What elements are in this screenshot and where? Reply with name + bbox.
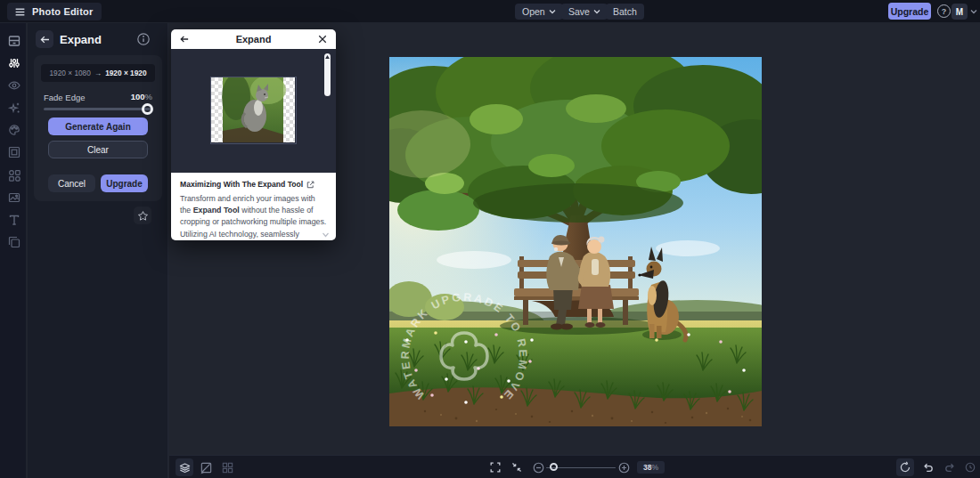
expand-preview-thumbnail [210,77,297,144]
sidebar-item-ai-tools[interactable] [6,100,21,115]
fade-edge-label: Fade Edge [44,93,85,102]
close-icon[interactable] [317,34,328,45]
canvas-artwork[interactable]: WATERMARK UPGRADE TO REMOVE [389,57,762,426]
sidebar-item-arrange[interactable] [6,33,21,48]
dimensions-readout: 1920 × 1080 → 1920 × 1920 [41,64,155,82]
popup-title: Expand [236,34,272,45]
cat-preview-image [211,77,295,142]
fade-edge-value: 100% [131,92,152,101]
popup-header: Expand [171,29,336,49]
sidebar-item-text[interactable] [6,212,21,227]
grid-button[interactable] [218,458,236,476]
generate-again-button[interactable]: Generate Again [48,117,148,135]
shapes-icon [7,168,21,182]
grid-icon [221,461,234,474]
expand-panel: Expand 1920 × 1080 → 1920 × 1920 Fade Ed… [28,23,168,478]
popup-article: Maximizing With The Expand Tool Transfor… [171,173,336,240]
generated-image: WATERMARK UPGRADE TO REMOVE [389,57,762,426]
redo-button[interactable] [941,458,959,476]
fade-edge-slider[interactable] [44,108,152,110]
avatar[interactable]: M [951,4,968,20]
resize-canvas-icon [200,461,213,474]
panel-title: Expand [60,33,102,46]
image-icon [7,190,21,205]
scroll-down-icon[interactable] [322,232,330,238]
batch-button[interactable]: Batch [606,4,644,20]
scroll-up-icon [325,55,330,59]
arrange-icon [7,34,21,48]
top-bar: Photo Editor Open Save Batch Upgrade ? M [0,0,980,23]
zoom-in-button[interactable] [615,458,633,476]
undo-button[interactable] [919,458,937,476]
dimensions-after: 1920 × 1920 [105,69,146,77]
app-menu[interactable]: Photo Editor [7,3,102,20]
templates-icon [7,235,21,249]
external-link-icon[interactable] [306,181,314,189]
eye-icon [7,78,21,93]
sparkles-icon [7,101,21,115]
popup-preview-area [171,49,336,173]
fullscreen-icon [489,461,502,474]
favorite-button[interactable] [134,207,151,224]
palette-icon [7,123,21,137]
help-icon[interactable]: ? [937,4,951,18]
info-icon[interactable] [136,32,151,46]
sidebar-item-effects[interactable] [6,77,21,93]
fit-screen-icon [510,461,523,474]
layers-button[interactable] [176,458,193,476]
text-icon [7,213,21,227]
article-title: Maximizing With The Expand Tool [180,180,327,189]
panel-back-button[interactable] [36,30,53,48]
history-icon [964,461,976,474]
app-title: Photo Editor [32,6,93,17]
redo-icon [943,461,956,474]
chevron-down-icon [549,9,556,14]
sidebar-item-templates[interactable] [6,234,21,249]
chevron-down-icon [593,9,600,14]
arrow-left-icon [39,34,51,45]
zoom-slider-knob[interactable] [550,463,558,471]
zoom-out-icon [532,461,545,474]
save-button[interactable]: Save [561,4,608,20]
zoom-level-badge: 38% [637,461,665,474]
fullscreen-button[interactable] [486,458,504,476]
panel-upgrade-button[interactable]: Upgrade [101,174,148,192]
tool-rail [0,23,27,478]
cancel-button[interactable]: Cancel [48,174,95,192]
popup-scrollbar[interactable] [324,53,331,96]
dimensions-arrow: → [94,69,102,77]
reload-button[interactable] [896,458,914,476]
layers-icon [178,461,192,474]
article-text: Transform and enrich your images with th… [180,193,327,240]
fade-edge-slider-knob[interactable] [142,103,153,115]
frame-icon [7,145,21,159]
dimensions-before: 1920 × 1080 [49,69,90,77]
expand-help-popup: Expand [171,29,336,240]
popup-back-icon[interactable] [179,34,190,45]
open-button[interactable]: Open [515,4,563,20]
hamburger-icon [14,6,26,18]
reload-icon [899,461,911,474]
adjust-icon [7,56,21,70]
clear-button[interactable]: Clear [48,141,148,158]
sidebar-item-retouch[interactable] [6,122,21,137]
zoom-out-button[interactable] [529,458,547,476]
bottom-toolbar: 38% [169,455,980,478]
avatar-chevron-icon[interactable] [970,9,977,14]
sidebar-item-elements[interactable] [6,167,21,182]
history-button[interactable] [961,458,979,476]
fit-screen-button[interactable] [508,458,526,476]
zoom-in-icon [617,461,631,474]
resize-canvas-button[interactable] [197,458,215,476]
sidebar-item-adjust[interactable] [6,55,21,70]
undo-icon [922,461,935,474]
sidebar-item-add-image[interactable] [6,190,21,205]
sidebar-item-frame[interactable] [6,144,21,159]
expand-settings-card: 1920 × 1080 → 1920 × 1920 Fade Edge 100%… [34,55,162,201]
star-icon [137,210,149,222]
upgrade-button[interactable]: Upgrade [888,3,931,20]
